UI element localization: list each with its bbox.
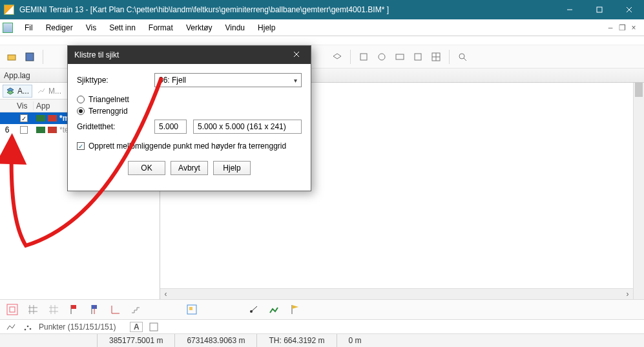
- minimize-button[interactable]: [555, 0, 585, 19]
- tb-extent-icon[interactable]: [392, 49, 408, 65]
- tb-open-icon[interactable]: [4, 49, 19, 65]
- sidebar-tab-m[interactable]: M...: [34, 85, 65, 98]
- checkbox-on-icon: ✓: [77, 142, 85, 150]
- horizontal-scrollbar[interactable]: ‹›: [160, 288, 633, 299]
- hash-icon[interactable]: [27, 304, 39, 315]
- snap-point-icon[interactable]: [248, 304, 260, 315]
- chevron-down-icon: ▾: [294, 77, 297, 84]
- axis-icon[interactable]: [110, 304, 121, 315]
- terrain-icon[interactable]: [269, 304, 280, 315]
- svg-marker-17: [7, 90, 14, 94]
- menu-verktoy[interactable]: Verktøy: [180, 21, 219, 35]
- separator: [43, 50, 43, 64]
- steps-icon[interactable]: [130, 304, 142, 315]
- flag-blue-icon[interactable]: [89, 304, 101, 315]
- svg-rect-18: [7, 304, 17, 315]
- sidebar-tab-a[interactable]: A...: [3, 85, 32, 98]
- svg-point-41: [25, 328, 26, 330]
- bottom-toolbar: [0, 299, 644, 320]
- grid-dims-readout: 5.000 x 5.000 (161 x 241): [193, 120, 302, 134]
- hjelp-button[interactable]: Hjelp: [213, 161, 251, 175]
- menu-vindu[interactable]: Vindu: [219, 21, 251, 35]
- vertical-scrollbar[interactable]: [633, 83, 644, 299]
- footer-x: 385177.5001 m: [97, 334, 174, 347]
- menu-vis[interactable]: Vis: [79, 21, 103, 35]
- svg-rect-4: [8, 55, 16, 60]
- menu-hjelp[interactable]: Hjelp: [251, 21, 282, 35]
- svg-point-42: [27, 325, 29, 327]
- gridtetthet-input[interactable]: 5.000: [154, 120, 187, 134]
- checkbox-label: Opprett mellomliggende punkt med høyder …: [88, 142, 286, 151]
- svg-line-15: [464, 58, 466, 61]
- svg-rect-29: [71, 305, 76, 309]
- col-vis[interactable]: Vis: [14, 101, 34, 110]
- dialog-close-button[interactable]: [289, 50, 304, 59]
- tb-zoom-icon[interactable]: [455, 49, 470, 65]
- radio-off-icon: [77, 96, 85, 103]
- flag-red-icon[interactable]: [68, 304, 80, 315]
- mdi-restore-icon[interactable]: ❐: [617, 23, 627, 32]
- svg-line-38: [251, 306, 257, 311]
- mdi-close-icon[interactable]: ×: [628, 23, 639, 32]
- avbryt-button[interactable]: Avbryt: [171, 161, 208, 175]
- tb-rotate-icon[interactable]: [374, 49, 390, 65]
- radio-triangelnett[interactable]: Triangelnett: [77, 95, 302, 104]
- tb-grid-icon[interactable]: [428, 49, 444, 65]
- vis-checkbox[interactable]: [20, 126, 28, 134]
- dialog-titlebar[interactable]: Klistre til sjikt: [68, 46, 311, 64]
- menu-sett-inn[interactable]: Sett inn: [103, 21, 142, 35]
- panel-heading-label: App.lag: [4, 71, 30, 80]
- flag-yellow-icon[interactable]: [289, 304, 301, 315]
- a-button[interactable]: A: [130, 322, 143, 332]
- svg-marker-40: [292, 305, 298, 309]
- checkbox-opprett[interactable]: ✓ Opprett mellomliggende punkt med høyde…: [77, 142, 302, 151]
- swatch-icon: [36, 127, 45, 133]
- ok-button[interactable]: OK: [128, 161, 165, 175]
- svg-rect-9: [396, 54, 404, 59]
- close-button[interactable]: [614, 0, 644, 19]
- swatch-icon: [48, 115, 57, 121]
- svg-rect-1: [597, 7, 602, 12]
- mdi-controls: – ❐ ×: [605, 23, 641, 32]
- svg-rect-44: [150, 323, 158, 331]
- vis-checkbox[interactable]: ✓: [20, 114, 28, 122]
- grid-icon[interactable]: [6, 304, 18, 315]
- row-index: 6: [0, 125, 14, 134]
- mdi-minimize-icon[interactable]: –: [605, 23, 616, 32]
- hash2-icon[interactable]: [48, 304, 59, 315]
- sidebar-tab-a-label: A...: [17, 87, 29, 96]
- combo-value: 06: Fjell: [159, 76, 186, 85]
- menu-format[interactable]: Format: [142, 21, 180, 35]
- tb-cube-icon[interactable]: [356, 49, 371, 65]
- doc-icon: [3, 23, 13, 33]
- radio-terrenggrid[interactable]: Terrenggrid: [77, 107, 302, 116]
- select-box-icon[interactable]: [186, 304, 198, 315]
- thin-toolbar-strip: [0, 36, 644, 45]
- menu-fil[interactable]: Fil: [18, 21, 39, 35]
- scroll-right-icon[interactable]: ›: [622, 289, 633, 299]
- status-toolbar: Punkter (151/151/151) A: [0, 320, 644, 334]
- tb-layers-icon[interactable]: [329, 49, 345, 65]
- svg-rect-10: [415, 54, 421, 60]
- window-titlebar: GEMINI Terrain 13 - [Kart Plan C:\petter…: [0, 0, 644, 19]
- sjikttype-combo[interactable]: 06: Fjell ▾: [154, 73, 302, 87]
- dots-icon[interactable]: [22, 321, 34, 333]
- tb-save-icon[interactable]: [22, 49, 37, 65]
- footer-y: 6731483.9063 m: [174, 334, 256, 347]
- box-icon[interactable]: [148, 321, 160, 333]
- radio-on-icon: [77, 107, 85, 115]
- radio-label: Triangelnett: [88, 95, 129, 104]
- status-punkter: Punkter (151/151/151): [39, 322, 116, 331]
- scroll-left-icon[interactable]: ‹: [160, 289, 171, 299]
- label-gridtetthet: Gridtetthet:: [77, 122, 148, 131]
- footer-z: 0 m: [337, 334, 373, 347]
- svg-point-43: [30, 328, 32, 330]
- tb-window-icon[interactable]: [410, 49, 426, 65]
- menu-rediger[interactable]: Rediger: [39, 21, 79, 35]
- maximize-button[interactable]: [585, 0, 614, 19]
- polyline-icon[interactable]: [5, 321, 17, 333]
- dialog-klistre: Klistre til sjikt Sjikttype: 06: Fjell ▾…: [67, 45, 311, 191]
- dialog-title: Klistre til sjikt: [74, 50, 119, 59]
- app-icon: [4, 5, 14, 15]
- window-title: GEMINI Terrain 13 - [Kart Plan C:\petter…: [19, 5, 555, 14]
